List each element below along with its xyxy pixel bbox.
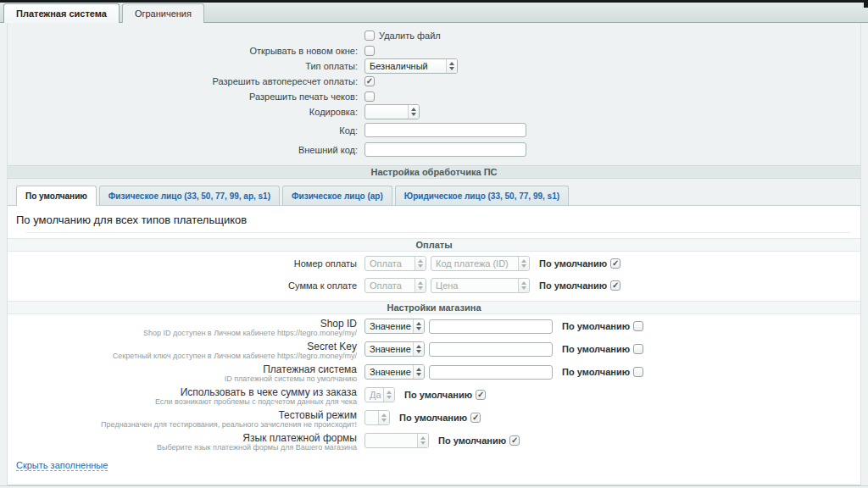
code-input[interactable] [364, 123, 526, 137]
select-stepper-icon [518, 257, 529, 270]
row-payment-type: Тип оплаты: Безналичный [8, 58, 860, 73]
payment-sum-field-select[interactable]: Цена [431, 278, 530, 293]
shop-id-label: Shop ID [8, 319, 357, 329]
default-label: По умолчанию [404, 390, 472, 400]
handler-tab-legal[interactable]: Юридическое лицо (33, 50, 77, 99, s1) [395, 186, 569, 205]
hide-filled-link[interactable]: Скрыть заполненные [16, 460, 108, 471]
row-payment-sum: Сумма к оплате Оплата Цена По умолчанию [8, 275, 860, 296]
payment-system-id-input[interactable] [429, 365, 553, 380]
use-order-sum-select[interactable]: Да [364, 387, 395, 402]
code-label: Код: [8, 125, 364, 136]
open-new-window-checkbox[interactable] [364, 46, 375, 56]
shop-id-input[interactable] [429, 319, 553, 334]
row-auto-recalc: Разрешить автопересчет оплаты: [8, 74, 860, 88]
payment-number-label: Номер оплаты [8, 258, 364, 269]
delete-file-label: Удалить файл [379, 30, 441, 41]
secret-key-default-checkbox[interactable] [633, 344, 643, 354]
encoding-select[interactable] [364, 104, 420, 119]
payment-sum-label: Сумма к оплате [8, 280, 364, 291]
payment-type-select[interactable]: Безналичный [364, 58, 458, 74]
payment-sum-source-select[interactable]: Оплата [364, 278, 426, 293]
shop-id-sublabel: Shop ID доступен в Личном кабинете https… [8, 329, 357, 337]
payment-type-label: Тип оплаты: [8, 61, 364, 71]
test-mode-select[interactable] [364, 410, 390, 425]
tab-restrictions[interactable]: Ограничения [122, 3, 204, 23]
row-shop-id: Shop ID Shop ID доступен в Личном кабине… [8, 319, 860, 337]
open-new-window-label: Открывать в новом окне: [8, 46, 364, 56]
payment-number-field-select[interactable]: Код платежа (ID) [431, 256, 530, 271]
payment-system-id-type-select[interactable]: Значение [364, 364, 425, 380]
default-label: По умолчанию [562, 367, 630, 377]
select-stepper-icon [446, 59, 457, 73]
use-order-sum-sublabel: Если возникают проблемы с подсчетом данн… [8, 397, 357, 406]
payment-system-id-default-checkbox[interactable] [633, 367, 643, 377]
select-stepper-icon [413, 342, 424, 356]
auto-recalc-label: Разрешить автопересчет оплаты: [8, 76, 364, 86]
secret-key-label: Secret Key [8, 341, 357, 352]
select-stepper-icon [378, 411, 389, 424]
handler-tab-default[interactable]: По умолчанию [16, 186, 97, 206]
row-payment-system-id: Платежная система ID платежной системы п… [8, 364, 860, 383]
use-order-sum-default-checkbox[interactable] [476, 390, 486, 400]
handler-settings-panel: По умолчанию для всех типов плательщиков… [8, 205, 860, 485]
top-dark-strip [0, 0, 868, 3]
row-secret-key: Secret Key Секретный ключ доступен в Лич… [8, 341, 860, 360]
row-code: Код: [8, 122, 860, 138]
payment-sum-default-checkbox[interactable] [610, 280, 620, 291]
external-code-label: Внешний код: [8, 145, 364, 155]
secret-key-input[interactable] [429, 342, 553, 357]
payment-number-source-select[interactable]: Оплата [364, 256, 426, 271]
payment-system-id-label: Платежная система [8, 364, 357, 374]
row-use-order-sum: Использовать в чеке сумму из заказа Если… [8, 387, 860, 406]
form-language-sublabel: Выберите язык платежной формы для Вашего… [8, 443, 357, 452]
default-label: По умолчанию [399, 413, 467, 423]
select-stepper-icon [413, 365, 424, 379]
heading-divider [26, 232, 850, 233]
form-content: Удалить файл Открывать в новом окне: Тип… [7, 23, 861, 485]
form-language-label: Язык платежной формы [8, 433, 357, 443]
shop-id-type-select[interactable]: Значение [364, 319, 425, 334]
select-stepper-icon [383, 388, 394, 402]
form-language-select[interactable] [364, 433, 429, 448]
row-test-mode: Тестовый режим Предназначен для тестиров… [8, 410, 860, 429]
row-delete-file: Удалить файл [8, 28, 860, 42]
handler-tab-bar: По умолчанию Физическое лицо (33, 50, 77… [8, 186, 860, 205]
tab-payment-system[interactable]: Платежная система [3, 3, 120, 23]
default-label: По умолчанию [539, 280, 607, 291]
print-receipts-checkbox[interactable] [364, 92, 375, 102]
payment-system-id-sublabel: ID платежной системы по умолчанию [8, 374, 357, 383]
select-stepper-icon [415, 257, 426, 270]
panel-heading: По умолчанию для всех типов плательщиков [8, 206, 860, 232]
row-payment-number: Номер оплаты Оплата Код платежа (ID) По … [8, 253, 860, 274]
delete-file-checkbox[interactable] [364, 30, 375, 41]
test-mode-default-checkbox[interactable] [470, 413, 481, 423]
select-stepper-icon [408, 105, 419, 119]
test-mode-sublabel: Предназначен для тестирования, реального… [8, 420, 357, 429]
external-code-input[interactable] [364, 142, 526, 157]
handler-tab-individual-ap[interactable]: Физическое лицо (ap) [282, 186, 392, 205]
select-stepper-icon [518, 279, 529, 292]
row-open-new-window: Открывать в новом окне: [8, 43, 860, 58]
test-mode-label: Тестовый режим [8, 410, 357, 420]
shop-id-default-checkbox[interactable] [633, 321, 643, 331]
auto-recalc-checkbox[interactable] [364, 76, 375, 86]
default-label: По умолчанию [562, 344, 630, 354]
payment-number-default-checkbox[interactable] [610, 258, 620, 269]
row-encoding: Кодировка: [8, 104, 860, 119]
default-label: По умолчанию [562, 321, 630, 331]
select-stepper-icon [415, 279, 426, 292]
main-settings-form: Удалить файл Открывать в новом окне: Тип… [8, 23, 860, 158]
handler-section-title: Настройка обработчика ПС [8, 165, 860, 179]
default-label: По умолчанию [438, 435, 506, 446]
row-form-language: Язык платежной формы Выберите язык плате… [8, 433, 860, 452]
secret-key-type-select[interactable]: Значение [364, 341, 425, 357]
row-external-code: Внешний код: [8, 141, 860, 158]
encoding-label: Кодировка: [8, 107, 364, 117]
secret-key-sublabel: Секретный ключ доступен в Личном кабинет… [8, 352, 357, 360]
row-print-receipts: Разрешить печать чеков: [8, 89, 860, 103]
payment-system-settings-screen: Платежная система Ограничения Удалить фа… [0, 0, 868, 488]
window-tab-bar: Платежная система Ограничения [0, 0, 868, 23]
use-order-sum-label: Использовать в чеке сумму из заказа [8, 387, 357, 397]
form-language-default-checkbox[interactable] [509, 435, 520, 446]
handler-tab-individual-full[interactable]: Физическое лицо (33, 50, 77, 99, ap, s1) [99, 186, 280, 205]
